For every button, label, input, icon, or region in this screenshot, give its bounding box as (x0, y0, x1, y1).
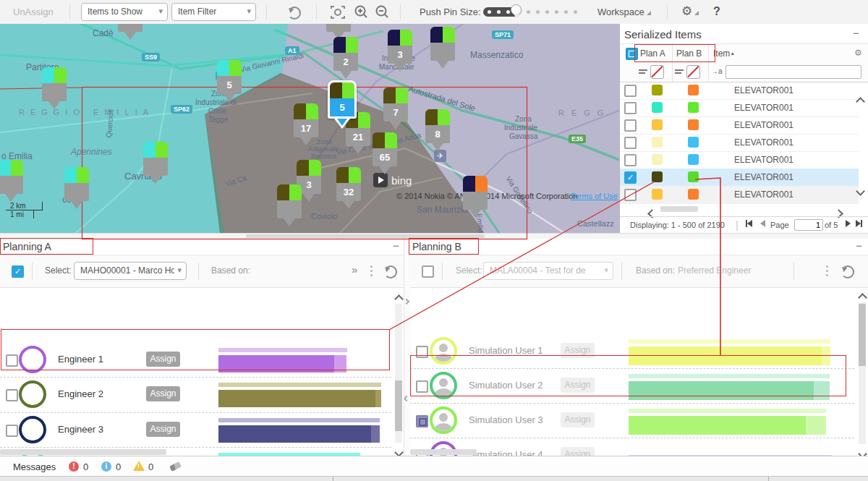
scroll-down-icon[interactable] (857, 184, 864, 197)
assign-button[interactable]: Assign (561, 378, 595, 393)
vscroll-thumb[interactable] (395, 380, 402, 431)
map-pushpin[interactable] (0, 160, 23, 204)
map-pushpin[interactable] (42, 67, 67, 111)
row-checkbox[interactable] (6, 389, 18, 401)
vertical-splitter[interactable] (404, 239, 410, 456)
slider-thumb[interactable] (511, 4, 522, 15)
assign-button[interactable]: Assign (146, 386, 180, 401)
engineer-row[interactable]: Engineer 3Assign (0, 412, 404, 447)
scroll-up-icon[interactable] (857, 95, 864, 108)
column-plan-a[interactable]: Plan A (640, 48, 665, 59)
terms-of-use-link[interactable]: Terms of Use (571, 192, 618, 200)
no-edit-filter-icon[interactable] (650, 65, 664, 79)
vscrollbar[interactable] (393, 286, 404, 456)
engineer-row[interactable]: Engineer 1Assign (0, 342, 404, 377)
last-page-button[interactable] (856, 220, 862, 229)
simulation-user-row[interactable]: Simulation User 2Assign (410, 368, 868, 403)
simulation-user-row[interactable]: Simulation User 1Assign (410, 333, 868, 368)
map-pushpin[interactable] (64, 167, 89, 211)
map-pushpin[interactable] (430, 27, 455, 71)
column-item[interactable]: Item▲ (713, 48, 735, 59)
row-checkbox[interactable] (624, 189, 637, 201)
page-number-input[interactable] (794, 219, 823, 231)
zoom-selection-icon[interactable] (330, 5, 346, 20)
next-page-button[interactable] (846, 220, 851, 229)
select-all-checkbox[interactable] (626, 48, 638, 60)
row-checkbox[interactable] (416, 415, 428, 427)
map-pushpin[interactable] (118, 24, 142, 42)
minimize-button[interactable]: − (856, 239, 862, 252)
hscroll-thumb[interactable] (0, 449, 166, 455)
column-plan-b[interactable]: Plan B (676, 48, 702, 59)
serialized-item-row[interactable]: ELEVATOR001 (620, 134, 859, 152)
map-canvas[interactable]: CadèPartitoreREGGIO EMILIAApenninesQuerc… (0, 24, 619, 233)
collapse-right-icon[interactable] (404, 294, 409, 307)
serialized-item-row[interactable]: ELEVATOR001 (620, 116, 859, 135)
row-checkbox[interactable] (624, 85, 637, 97)
row-checkbox[interactable] (416, 380, 428, 393)
row-checkbox[interactable]: ✓ (624, 171, 637, 184)
row-checkbox[interactable] (624, 137, 637, 149)
map-pushpin-selected[interactable]: 5 (328, 80, 357, 129)
assign-button[interactable]: Assign (561, 447, 595, 456)
map-pushpin[interactable]: 2 (333, 37, 358, 81)
minimize-button[interactable]: − (393, 239, 399, 252)
grid-hscrollbar[interactable] (620, 203, 868, 216)
vscrollbar[interactable] (857, 286, 867, 456)
help-icon[interactable]: ? (713, 5, 720, 18)
select-all-checkbox[interactable] (422, 265, 434, 278)
grid-gear-icon[interactable]: ⚙ (854, 48, 862, 58)
minimize-button[interactable]: − (853, 27, 859, 39)
assign-button[interactable]: Assign (561, 412, 595, 427)
map-hscroll-thumb[interactable] (246, 234, 485, 238)
map-pushpin[interactable] (277, 184, 302, 229)
serialized-item-row[interactable]: ELEVATOR001 (620, 186, 859, 204)
item-filter-input[interactable] (726, 65, 861, 79)
refresh-icon[interactable] (288, 7, 301, 20)
map-pushpin[interactable]: 17 (294, 103, 318, 148)
workspace-menu[interactable]: Workspace (597, 7, 651, 17)
items-to-show-dropdown[interactable]: Items to Show ▾ (81, 3, 168, 21)
engineer-row[interactable]: Engineer 2Assign (0, 377, 404, 412)
refresh-icon[interactable] (384, 265, 397, 278)
collapse-left-icon[interactable] (404, 391, 409, 404)
hscroll-thumb[interactable] (660, 206, 698, 212)
resource-select-dropdown[interactable]: MAHO00001 - Marco Ho ▾ (74, 262, 187, 280)
sort-options-icon[interactable] (639, 68, 647, 75)
row-checkbox[interactable] (6, 425, 18, 437)
assign-button[interactable]: Assign (146, 352, 180, 367)
hscroll-thumb[interactable] (410, 449, 477, 455)
first-page-button[interactable] (746, 220, 752, 229)
map-pushpin[interactable]: 7 (383, 88, 408, 132)
vscroll-thumb[interactable] (859, 304, 866, 366)
serialized-item-row[interactable]: ELEVATOR001 (620, 151, 859, 169)
zoom-in-icon[interactable] (354, 4, 370, 20)
map-pushpin[interactable] (143, 142, 168, 186)
row-checkbox[interactable] (416, 346, 428, 358)
map-pushpin[interactable]: 8 (425, 109, 450, 153)
unassign-button[interactable]: UnAssign (13, 7, 54, 17)
map-pushpin[interactable] (463, 176, 488, 220)
serialized-item-row[interactable]: ELEVATOR001 (620, 99, 859, 117)
map-pushpin[interactable]: 32 (336, 167, 361, 211)
select-all-checkbox[interactable]: ✓ (12, 265, 24, 278)
map-pushpin[interactable]: 3 (388, 30, 412, 74)
zoom-out-icon[interactable] (375, 4, 391, 20)
row-checkbox[interactable] (624, 154, 637, 166)
prev-page-button[interactable] (760, 220, 765, 229)
row-checkbox[interactable] (624, 102, 637, 114)
item-filter-dropdown[interactable]: Item Filter ▾ (171, 3, 256, 21)
row-checkbox[interactable] (624, 119, 637, 132)
simulation-user-row[interactable]: Simulation User 4Assign (410, 438, 868, 456)
map-pushpin[interactable]: 65 (373, 132, 397, 176)
more-options-button[interactable]: » (352, 263, 357, 276)
assign-button[interactable]: Assign (146, 422, 180, 437)
map-pushpin[interactable]: 5 (217, 60, 242, 104)
assign-button[interactable]: Assign (561, 343, 595, 358)
gear-icon[interactable]: ⚙ (681, 4, 699, 19)
row-checkbox[interactable] (6, 354, 18, 367)
no-edit-filter-icon[interactable] (686, 65, 700, 79)
serialized-item-row[interactable]: ELEVATOR001 (620, 82, 859, 100)
serialized-item-row[interactable]: ✓ELEVATOR001 (620, 169, 859, 187)
refresh-icon[interactable] (841, 265, 854, 278)
